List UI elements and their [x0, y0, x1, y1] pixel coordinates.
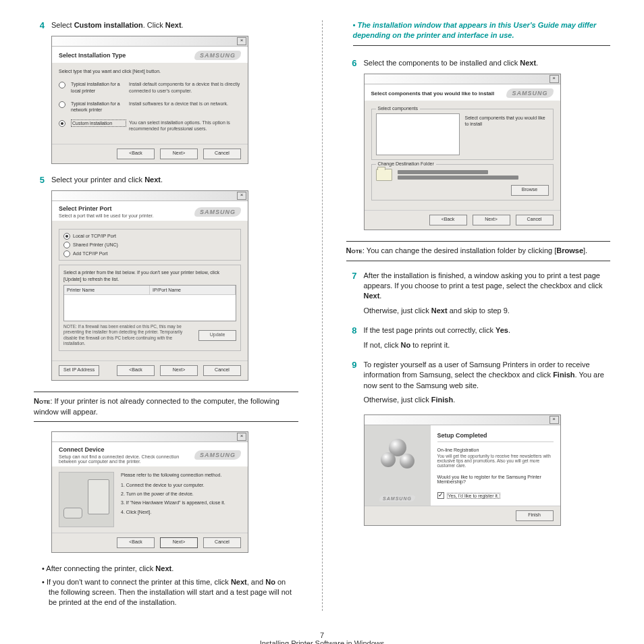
page-number: 7	[34, 631, 610, 639]
b2-d: No	[265, 578, 275, 586]
dlg1-hint: Select type that you want and click [Nex…	[59, 68, 241, 74]
s8-b: Yes	[495, 326, 508, 334]
dlg3-s2: 2. Turn on the power of the device.	[121, 491, 241, 497]
select-printer-port-dialog: × Select Printer Port Select a port that…	[51, 190, 248, 381]
dlg2-title: Select Printer Port	[59, 205, 153, 212]
samsung-logo: SAMSUNG	[194, 207, 241, 217]
reg-title: On-line Registration	[437, 448, 554, 452]
step-7: 7 After the installation is finished, a …	[346, 271, 611, 321]
radio-add-tcpip[interactable]	[63, 250, 70, 257]
browse-button[interactable]: Browse	[511, 185, 549, 196]
select-components-dialog: × Select components that you would like …	[364, 74, 561, 230]
cancel-button[interactable]: Cancel	[203, 365, 241, 376]
s7-c: .	[379, 292, 381, 300]
close-icon[interactable]: ×	[237, 192, 246, 200]
samsung-logo: SAMSUNG	[379, 495, 415, 502]
radio-local-port[interactable]	[63, 233, 70, 240]
r2: Shared Printer (UNC)	[73, 242, 118, 248]
dlg3-s3: 3. If "New Hardware Wizard" is appeared,…	[121, 500, 241, 506]
next-button[interactable]: Next>	[160, 537, 198, 548]
opt3-desc: You can select installation options. Thi…	[129, 119, 241, 132]
step-4: 4 Select Custom installation. Click Next…	[34, 20, 298, 30]
note-2: Note: You can change the desired install…	[346, 241, 611, 261]
g2-legend: Change Destination Folder	[376, 161, 436, 167]
s7-d: Otherwise, just click	[364, 306, 431, 315]
step-4-dot: .	[182, 21, 184, 29]
s8-e: No	[401, 341, 411, 349]
s9-f: .	[453, 396, 455, 404]
radio-typical-local[interactable]	[59, 82, 65, 88]
s7-b: Next	[364, 292, 380, 300]
next-button[interactable]: Next>	[473, 215, 510, 225]
b2-b: Next	[231, 578, 247, 586]
s7-f: and skip to step 9.	[448, 306, 510, 315]
step-7-number: 7	[346, 271, 357, 321]
step-4-custom: Custom installation	[74, 21, 143, 29]
n2-c: ].	[583, 246, 587, 254]
note2-label: Note	[346, 246, 363, 254]
step-4-text: Select	[51, 21, 74, 29]
section-title: Installing Printer Software in Windows	[34, 639, 610, 644]
step-5-text: Select your printer and click	[51, 176, 144, 184]
close-icon[interactable]: ×	[237, 37, 246, 45]
opt1-desc: Install default components for a device …	[129, 81, 241, 93]
dlg3-intro: Please refer to the following connection…	[121, 472, 241, 478]
completed-sidebar: SAMSUNG	[365, 425, 431, 506]
close-icon[interactable]: ×	[549, 75, 559, 83]
back-button[interactable]: <Back	[429, 215, 467, 225]
firewall-note: NOTE: If a firewall has been enabled on …	[63, 324, 194, 347]
dlg3-s4: 4. Click [Next].	[121, 509, 241, 515]
setup-completed-dialog: × SAMSUNG Setup Completed On-line Regist…	[364, 414, 561, 526]
cancel-button[interactable]: Cancel	[516, 215, 554, 225]
spheres-icon	[381, 439, 414, 473]
next-button[interactable]: Next>	[160, 365, 198, 376]
cancel-button[interactable]: Cancel	[203, 537, 241, 548]
dlg3-title: Connect Device	[59, 446, 194, 453]
b1-c: .	[171, 564, 173, 572]
set-ip-button[interactable]: Set IP Address	[59, 365, 99, 376]
teal-note: The installation window that appears in …	[353, 20, 611, 46]
dlg3-s1: 1. Connect the device to your computer.	[121, 482, 241, 488]
step-5: 5 Select your printer and click Next.	[34, 175, 298, 185]
folder-icon	[376, 169, 392, 181]
close-icon[interactable]: ×	[549, 416, 559, 424]
dlg5-title: Setup Completed	[437, 432, 554, 442]
radio-custom[interactable]	[59, 120, 65, 127]
opt2-label: Typical installation for a network print…	[71, 101, 124, 113]
s8-f: to reprint it.	[410, 341, 450, 349]
update-button[interactable]: Update	[198, 330, 236, 341]
radio-shared-unc[interactable]	[63, 242, 70, 248]
printer-list[interactable]: Printer Name IP/Port Name	[63, 285, 236, 321]
back-button[interactable]: <Back	[117, 149, 155, 159]
radio-typical-network[interactable]	[59, 101, 65, 108]
b2-a: If you don't want to connect the printer…	[47, 578, 231, 586]
samsung-logo: SAMSUNG	[194, 51, 241, 60]
n2-b: Browse	[556, 246, 583, 254]
step-8: 8 If the test page prints out correctly,…	[346, 325, 611, 354]
s7-e: Next	[431, 306, 448, 315]
note-label: Note	[34, 397, 50, 405]
register-checkbox[interactable]	[437, 492, 444, 499]
b1-a: After connecting the printer, click	[46, 564, 155, 572]
back-button[interactable]: <Back	[117, 537, 155, 548]
column-divider	[322, 20, 323, 611]
close-icon[interactable]: ×	[237, 433, 246, 441]
step-9-number: 9	[346, 360, 357, 410]
finish-button[interactable]: Finish	[516, 510, 554, 521]
dlg4-title: Select components that you would like to…	[371, 90, 495, 97]
back-button[interactable]: <Back	[117, 365, 155, 376]
cancel-button[interactable]: Cancel	[203, 149, 241, 159]
step-6: 6 Select the components to be installed …	[346, 58, 611, 68]
opt3-label: Custom installation	[71, 119, 126, 127]
b2-c: , and	[247, 578, 266, 586]
step-5-next: Next	[144, 176, 161, 184]
reg-body: You will get the opportunity to receive …	[437, 454, 554, 468]
note1-text: : If your printer is not already connect…	[34, 397, 279, 415]
components-list[interactable]	[376, 113, 460, 155]
dlg2-sub: Select a port that will be used for your…	[59, 213, 153, 218]
next-button[interactable]: Next>	[160, 149, 198, 159]
s9-e: Finish	[431, 396, 453, 404]
reg-opt: Yes, I'd like to register it.	[447, 493, 500, 499]
r3: Add TCP/IP Port	[73, 250, 108, 257]
note-1: Note: If your printer is not already con…	[34, 392, 298, 422]
